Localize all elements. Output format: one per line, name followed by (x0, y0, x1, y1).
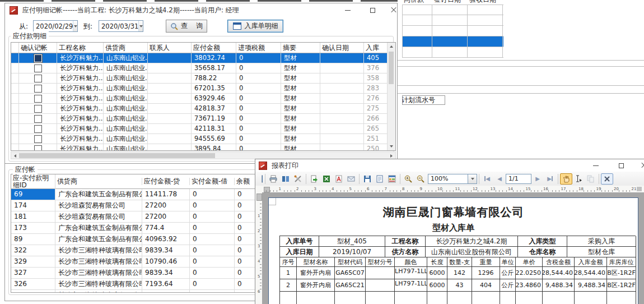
chevron-down-icon[interactable] (73, 21, 77, 31)
report-titlebar[interactable]: 报表打印 (255, 159, 644, 172)
nav-prev[interactable]: ◀ (493, 173, 506, 185)
cell[interactable]: 0 (190, 256, 235, 267)
text-select-icon[interactable] (572, 173, 585, 185)
column-header[interactable]: 应付金额 (192, 43, 236, 53)
minimize-button[interactable] (343, 6, 352, 15)
maximize-button[interactable] (617, 161, 626, 170)
confirm-checkbox-cell[interactable] (19, 53, 57, 63)
confirm-checkbox-cell[interactable] (19, 134, 57, 144)
column-header[interactable]: 入库 (364, 43, 389, 53)
cell-id[interactable]: 69 (11, 189, 55, 200)
cell[interactable] (320, 73, 364, 83)
cell-inbound[interactable]: 251 (364, 134, 389, 144)
table-row[interactable]: 329长沙市三湘特种玻璃有限公司10790.4600 (11, 256, 257, 268)
cell[interactable] (320, 124, 364, 133)
cell[interactable]: 63929.46 (192, 94, 236, 103)
scroll-left-icon[interactable] (11, 152, 19, 160)
report-preview-area[interactable]: 湖南巨晟门窗幕墙有限公司 型材入库单 入库单号型材_405工程名称长沙万科魅力之… (262, 192, 644, 304)
column-header[interactable]: 供货商 (55, 178, 142, 185)
empty-cell[interactable] (468, 26, 503, 36)
chevron-down-icon[interactable] (468, 174, 477, 183)
confirm-checkbox[interactable] (34, 125, 42, 133)
cell[interactable]: 型材 (281, 114, 320, 123)
vertical-scrollbar[interactable] (387, 43, 395, 150)
scrollbar-thumb[interactable] (19, 153, 215, 158)
cell[interactable] (235, 290, 257, 293)
column-header[interactable]: 应-实付款明细ID (11, 174, 55, 189)
table-row[interactable]: 长沙万科魅力...山东南山铝业...42118.310型材265 (11, 124, 389, 134)
cell[interactable]: 3895.84 (192, 144, 236, 151)
scroll-down-icon[interactable] (388, 142, 395, 150)
book-icon[interactable] (279, 173, 292, 185)
cell[interactable]: 7193.64 (142, 279, 190, 289)
cell[interactable]: 0 (236, 144, 281, 151)
cell[interactable] (320, 144, 364, 151)
cell[interactable]: 山东南山铝业... (104, 84, 148, 93)
cell[interactable]: 0 (236, 114, 281, 123)
save-icon[interactable] (361, 173, 374, 185)
cell[interactable] (148, 124, 192, 133)
page-box[interactable]: 1/1 (506, 174, 531, 184)
cell[interactable]: 0 (190, 268, 235, 278)
cell[interactable]: 0 (236, 94, 281, 103)
cell-inbound[interactable]: 276 (364, 94, 389, 103)
excel-icon[interactable] (320, 173, 333, 185)
table-row[interactable]: 长沙万科魅力...山东南山铝业...67201.350型材283 (11, 84, 389, 94)
empty-cell[interactable] (402, 26, 432, 36)
zoom-combo[interactable]: 100% (428, 174, 477, 184)
table-row[interactable]: 长沙万科魅力...山东南山铝业...73671.190型材266 (11, 114, 389, 124)
cell-inbound[interactable]: 266 (364, 114, 389, 123)
cell[interactable]: 长沙万科魅力... (57, 114, 104, 123)
column-header[interactable]: 摘要 (281, 43, 320, 53)
empty-cell[interactable] (432, 15, 468, 25)
cell[interactable]: 0 (236, 104, 281, 113)
cell[interactable]: 38032.74 (192, 53, 236, 63)
cell[interactable]: 0 (235, 223, 257, 233)
cell[interactable]: 0 (235, 245, 257, 256)
cell[interactable] (320, 94, 364, 103)
cell[interactable]: 0 (236, 134, 281, 144)
empty-cell[interactable] (432, 47, 468, 57)
table-row[interactable]: 173广东合和建筑五金制品有限公司774.400 (11, 223, 257, 234)
horizontal-scrollbar[interactable] (11, 151, 396, 159)
cell[interactable]: 0 (236, 124, 281, 133)
cell-inbound[interactable]: 250 (364, 144, 389, 151)
cell[interactable]: 9839.34 (142, 245, 190, 256)
cell[interactable] (320, 53, 364, 63)
zoom-in-icon[interactable] (402, 173, 414, 185)
cell[interactable]: 长沙万科魅力... (57, 94, 104, 103)
cell[interactable]: 0 (235, 279, 257, 289)
empty-row[interactable] (402, 26, 503, 36)
cell[interactable] (148, 53, 192, 63)
cell[interactable]: 0 (190, 200, 235, 211)
cell[interactable]: 广东合和建筑五金制品有限公司 (55, 234, 142, 245)
table-row[interactable]: 174长沙坦森贸易有限公司2720000 (11, 200, 257, 211)
confirm-checkbox-cell[interactable] (19, 104, 57, 113)
cell[interactable]: 0 (235, 200, 257, 211)
cell[interactable]: 0 (235, 256, 257, 267)
confirm-checkbox-cell[interactable] (19, 144, 57, 151)
empty-cell[interactable] (402, 5, 432, 15)
empty-row[interactable] (402, 4, 503, 15)
cell[interactable]: 长沙万科魅力... (57, 53, 104, 63)
cell-id[interactable]: 174 (11, 200, 55, 211)
empty-cell[interactable] (402, 15, 432, 25)
table-row[interactable]: 322长沙市三湘特种玻璃有限公司9839.3400 (11, 245, 257, 256)
cell-id[interactable]: 181 (11, 211, 55, 222)
cell[interactable]: 型材 (281, 144, 320, 151)
empty-cell[interactable] (402, 36, 432, 47)
confirm-checkbox-cell[interactable] (19, 114, 57, 123)
cell[interactable] (320, 104, 364, 113)
empty-cell[interactable] (468, 15, 503, 25)
empty-cell[interactable] (432, 26, 468, 36)
cell-id[interactable] (11, 290, 55, 293)
cell[interactable]: 长沙万科魅力... (57, 144, 104, 151)
cell[interactable]: 广东合和建筑五金制品有限公司 (55, 223, 142, 233)
table-row[interactable]: 长沙万科魅力...山东南山铝业...788.220型材358 (11, 73, 389, 84)
zoom-out-icon[interactable] (414, 173, 427, 185)
cell[interactable]: 67201.35 (192, 84, 236, 93)
cell[interactable]: 长沙万科魅力... (57, 84, 104, 93)
confirm-checkbox[interactable] (34, 54, 42, 62)
cell[interactable]: 0 (190, 189, 235, 200)
cell[interactable]: 长沙市三湘特种玻璃有限公司 (55, 279, 142, 289)
